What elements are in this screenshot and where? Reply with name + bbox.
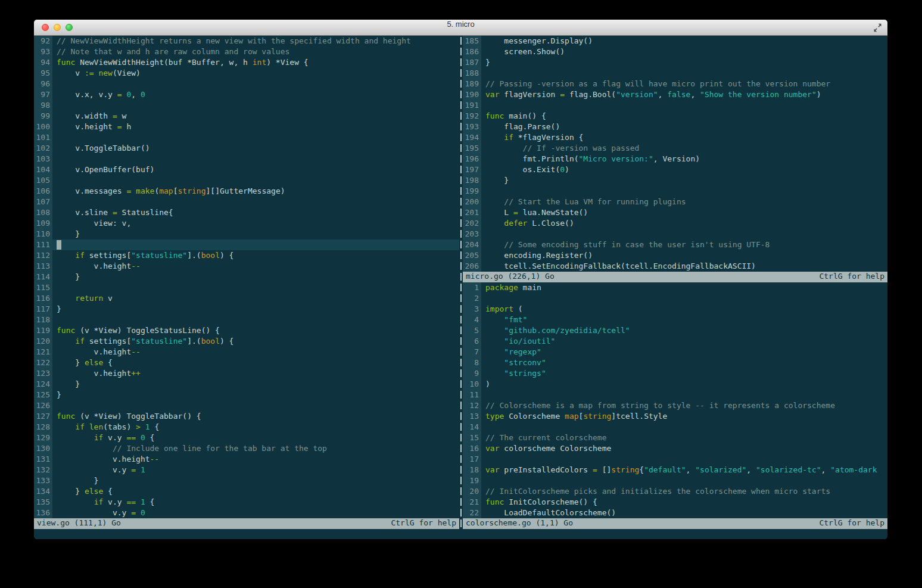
code-line[interactable]: 134 } else {: [34, 486, 459, 497]
code-line[interactable]: 186 screen.Show(): [463, 46, 887, 57]
code-line[interactable]: 118: [34, 315, 459, 325]
code-line[interactable]: 126: [34, 400, 459, 411]
line-number: 194: [463, 132, 481, 143]
code-line[interactable]: 133 }: [34, 475, 459, 486]
code-line[interactable]: 21func InitColorscheme() {: [463, 497, 887, 508]
code-line[interactable]: 123 v.height++: [34, 368, 459, 379]
code-line[interactable]: 8 "strconv": [463, 357, 887, 368]
command-line[interactable]: [34, 529, 887, 539]
code-line[interactable]: 119func (v *View) ToggleStatusLine() {: [34, 325, 459, 336]
code-line[interactable]: 99 v.width = w: [34, 111, 459, 122]
minimize-button[interactable]: [54, 24, 61, 31]
code-line[interactable]: 12// Colorscheme is a map from string to…: [463, 400, 887, 411]
code-line[interactable]: 131 v.height--: [34, 454, 459, 465]
code-line[interactable]: 200 // Start the Lua VM for running plug…: [463, 197, 887, 207]
code-line[interactable]: 10): [463, 379, 887, 390]
code-line[interactable]: 125}: [34, 390, 459, 400]
code-line[interactable]: 188: [463, 68, 887, 79]
code-line[interactable]: 101: [34, 132, 459, 143]
code-line[interactable]: 14: [463, 422, 887, 433]
code-line[interactable]: 114 }: [34, 272, 459, 282]
code-line[interactable]: 107: [34, 197, 459, 207]
code-line[interactable]: 203: [463, 229, 887, 239]
code-line[interactable]: 124 }: [34, 379, 459, 390]
code-line[interactable]: 130 // Include one line for the tab bar …: [34, 443, 459, 454]
code-line[interactable]: 9 "strings": [463, 368, 887, 379]
code-line[interactable]: 194 if *flagVersion {: [463, 132, 887, 143]
code-line[interactable]: 204 // Some encoding stuff in case the u…: [463, 239, 887, 250]
code-line[interactable]: 92// NewViewWidthHeight returns a new vi…: [34, 36, 459, 46]
code-line[interactable]: 18var preInstalledColors = []string{"def…: [463, 465, 887, 475]
code-text: if v.y == 0 {: [52, 433, 459, 443]
code-line[interactable]: 187}: [463, 57, 887, 68]
code-line[interactable]: 93// Note that w and h are raw column an…: [34, 46, 459, 57]
code-line[interactable]: 95 v := new(View): [34, 68, 459, 79]
code-line[interactable]: 110 }: [34, 229, 459, 239]
code-line[interactable]: 20// InitColorscheme picks and initializ…: [463, 486, 887, 497]
code-line[interactable]: 1package main: [463, 282, 887, 293]
code-line[interactable]: 111: [34, 239, 459, 250]
fullscreen-icon[interactable]: [873, 23, 882, 32]
code-line[interactable]: 113 v.height--: [34, 261, 459, 272]
code-line[interactable]: 108 v.sline = Statusline{: [34, 207, 459, 218]
window-titlebar[interactable]: 5. micro: [34, 20, 887, 36]
code-line[interactable]: 15// The current colorscheme: [463, 433, 887, 443]
code-line[interactable]: 132 v.y = 1: [34, 465, 459, 475]
code-line[interactable]: 201 L = lua.NewState(): [463, 207, 887, 218]
pane-colorscheme-go[interactable]: 1package main23import (4 "fmt"5 "github.…: [463, 282, 887, 518]
pane-view-go[interactable]: 92// NewViewWidthHeight returns a new vi…: [34, 36, 459, 518]
code-line[interactable]: 106 v.messages = make(map[string][]Gutte…: [34, 186, 459, 197]
pane-micro-go[interactable]: 185 messenger.Display()186 screen.Show()…: [463, 36, 887, 272]
code-line[interactable]: 19: [463, 475, 887, 486]
code-line[interactable]: 192func main() {: [463, 111, 887, 122]
code-line[interactable]: 103: [34, 154, 459, 164]
code-line[interactable]: 185 messenger.Display(): [463, 36, 887, 46]
code-line[interactable]: 98: [34, 100, 459, 111]
code-line[interactable]: 127func (v *View) ToggleTabbar() {: [34, 411, 459, 422]
code-line[interactable]: 112 if settings["statusline"].(bool) {: [34, 250, 459, 261]
code-line[interactable]: 97 v.x, v.y = 0, 0: [34, 89, 459, 100]
code-line[interactable]: 17: [463, 454, 887, 465]
code-line[interactable]: 96: [34, 79, 459, 89]
code-line[interactable]: 196 fmt.Println("Micro version:", Versio…: [463, 154, 887, 164]
code-line[interactable]: 4 "fmt": [463, 315, 887, 325]
code-line[interactable]: 122 } else {: [34, 357, 459, 368]
code-line[interactable]: 117}: [34, 304, 459, 315]
code-line[interactable]: 5 "github.com/zyedidia/tcell": [463, 325, 887, 336]
code-line[interactable]: 94func NewViewWidthHeight(buf *Buffer, w…: [34, 57, 459, 68]
code-line[interactable]: 129 if v.y == 0 {: [34, 433, 459, 443]
code-line[interactable]: 102 v.ToggleTabbar(): [34, 143, 459, 154]
close-button[interactable]: [42, 24, 49, 31]
code-line[interactable]: 205 encoding.Register(): [463, 250, 887, 261]
code-line[interactable]: 104 v.OpenBuffer(buf): [34, 164, 459, 175]
code-line[interactable]: 199: [463, 186, 887, 197]
code-line[interactable]: 105: [34, 175, 459, 186]
code-line[interactable]: 100 v.height = h: [34, 122, 459, 132]
code-line[interactable]: 189// Passing -version as a flag will ha…: [463, 79, 887, 89]
code-line[interactable]: 197 os.Exit(0): [463, 164, 887, 175]
code-line[interactable]: 7 "regexp": [463, 347, 887, 357]
code-line[interactable]: 206 tcell.SetEncodingFallback(tcell.Enco…: [463, 261, 887, 272]
zoom-button[interactable]: [66, 24, 73, 31]
code-line[interactable]: 191: [463, 100, 887, 111]
code-line[interactable]: 22 LoadDefaultColorscheme(): [463, 508, 887, 518]
code-line[interactable]: 16var colorscheme Colorscheme: [463, 443, 887, 454]
code-line[interactable]: 116 return v: [34, 293, 459, 304]
code-line[interactable]: 198 }: [463, 175, 887, 186]
code-line[interactable]: 11: [463, 390, 887, 400]
code-line[interactable]: 115: [34, 282, 459, 293]
code-line[interactable]: 109 view: v,: [34, 218, 459, 229]
code-line[interactable]: 6 "io/ioutil": [463, 336, 887, 347]
code-line[interactable]: 202 defer L.Close(): [463, 218, 887, 229]
code-line[interactable]: 3import (: [463, 304, 887, 315]
code-line[interactable]: 13type Colorscheme map[string]tcell.Styl…: [463, 411, 887, 422]
code-line[interactable]: 195 // If -version was passed: [463, 143, 887, 154]
code-line[interactable]: 2: [463, 293, 887, 304]
code-line[interactable]: 121 v.height--: [34, 347, 459, 357]
code-line[interactable]: 136 v.y = 0: [34, 508, 459, 518]
code-line[interactable]: 190var flagVersion = flag.Bool("version"…: [463, 89, 887, 100]
code-line[interactable]: 193 flag.Parse(): [463, 122, 887, 132]
code-line[interactable]: 135 if v.y == 1 {: [34, 497, 459, 508]
code-line[interactable]: 128 if len(tabs) > 1 {: [34, 422, 459, 433]
code-line[interactable]: 120 if settings["statusline"].(bool) {: [34, 336, 459, 347]
